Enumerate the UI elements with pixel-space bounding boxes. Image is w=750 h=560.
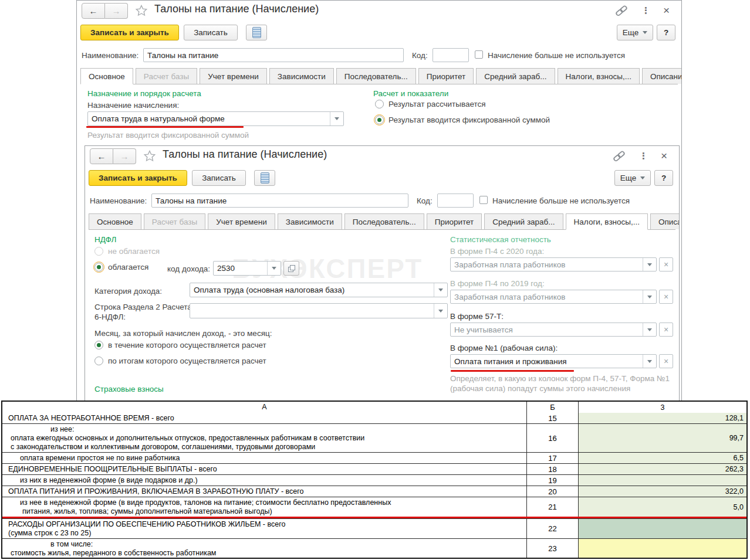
- chevron-down-icon: [640, 177, 645, 179]
- more-button[interactable]: Еще: [614, 170, 651, 186]
- not-used-checkbox[interactable]: [479, 196, 488, 204]
- more-button[interactable]: Еще: [617, 25, 653, 40]
- income-code-value: 2530: [214, 262, 267, 275]
- clear-button[interactable]: ×: [659, 354, 673, 368]
- name-input[interactable]: [143, 48, 404, 62]
- tab-Описание[interactable]: Описание: [642, 68, 682, 84]
- save-close-button[interactable]: Записать и закрыть: [80, 25, 179, 40]
- row-text-cell: в том числе:стоимость жилья, переданного…: [2, 539, 527, 558]
- dropdown-button[interactable]: [434, 304, 447, 318]
- category-dropdown[interactable]: Оплата труда (основная налоговая база): [190, 283, 448, 297]
- tab-Последователь...[interactable]: Последователь...: [336, 68, 416, 84]
- clear-button[interactable]: ×: [659, 257, 673, 271]
- open-button[interactable]: [283, 261, 299, 276]
- help-button[interactable]: ?: [657, 25, 675, 40]
- radio-not-taxed[interactable]: не облагается: [94, 247, 160, 256]
- radio-month-during[interactable]: в течение которого осуществляется расчет: [94, 341, 266, 349]
- save-button[interactable]: Записать: [192, 170, 246, 186]
- f57-value: Не учитывается: [451, 323, 643, 336]
- tab-Основное[interactable]: Основное: [80, 68, 133, 84]
- column-header-b: Б: [527, 402, 579, 413]
- menu-kebab-icon[interactable]: ⋮: [639, 152, 648, 160]
- journal-button[interactable]: [246, 25, 267, 40]
- favorite-star-icon[interactable]: [143, 149, 157, 163]
- section2-value: [190, 304, 434, 318]
- table-row: в том числе:стоимость жилья, переданного…: [2, 538, 746, 558]
- row-number-cell: 22: [527, 519, 579, 538]
- tab-Приоритет[interactable]: Приоритет: [418, 68, 474, 84]
- dropdown-button[interactable]: [330, 112, 343, 125]
- row-text-cell: оплата времени простоя не по вине работн…: [2, 453, 527, 463]
- close-icon[interactable]: ×: [661, 151, 667, 161]
- radio-icon: [94, 341, 103, 349]
- dropdown-button[interactable]: [643, 258, 656, 271]
- tab-Основное[interactable]: Основное: [89, 213, 141, 229]
- back-button[interactable]: ←: [90, 148, 113, 164]
- code-input[interactable]: [433, 48, 469, 62]
- dropdown-button[interactable]: [434, 283, 447, 297]
- journal-button[interactable]: [254, 170, 275, 186]
- tab-Зависимости[interactable]: Зависимости: [269, 68, 334, 84]
- chevron-down-icon: [647, 263, 652, 266]
- radio-result-calculated[interactable]: Результат рассчитывается: [375, 100, 486, 108]
- tab-Зависимости[interactable]: Зависимости: [278, 213, 342, 229]
- purpose-dropdown[interactable]: Оплата труда в натуральной форме: [87, 111, 344, 126]
- code-input[interactable]: [437, 194, 474, 208]
- table-row: из нее в неденежной форме (в виде продук…: [2, 497, 746, 518]
- save-close-button[interactable]: Записать и закрыть: [89, 170, 187, 186]
- favorite-star-icon[interactable]: [134, 4, 148, 18]
- forward-button[interactable]: →: [105, 3, 128, 19]
- f1-value: Оплата питания и проживания: [451, 355, 643, 368]
- tab-Приоритет[interactable]: Приоритет: [427, 213, 482, 229]
- clear-button[interactable]: ×: [659, 290, 673, 304]
- purpose-hint: Результат вводится фиксированной суммой: [87, 130, 249, 140]
- f57-label: В форме 57-Т:: [450, 312, 504, 321]
- radio-month-after[interactable]: по итогам которого осуществляется расчет: [94, 357, 266, 365]
- forward-button[interactable]: →: [113, 148, 136, 164]
- dropdown-button[interactable]: [643, 290, 656, 303]
- chevron-down-icon: [438, 310, 443, 313]
- dropdown-button[interactable]: [643, 355, 656, 368]
- month-label: Месяц, за который начислен доход, - это …: [94, 329, 272, 338]
- income-code-dropdown[interactable]: 2530: [213, 261, 281, 276]
- radio-taxed[interactable]: облагается: [94, 263, 148, 271]
- close-icon[interactable]: ×: [663, 6, 670, 15]
- section2-dropdown[interactable]: [190, 303, 448, 318]
- clear-button[interactable]: ×: [659, 323, 673, 337]
- p4-2020-label: В форме П-4 с 2020 года:: [450, 247, 544, 256]
- not-used-checkbox[interactable]: [475, 50, 483, 59]
- annotation-underline: [86, 126, 244, 128]
- code-label: Код:: [412, 51, 428, 60]
- f1-dropdown[interactable]: Оплата питания и проживания: [450, 354, 657, 368]
- category-label: Категория дохода:: [94, 287, 162, 296]
- row-value-cell: [579, 539, 746, 558]
- tab-Учет времени[interactable]: Учет времени: [200, 68, 267, 84]
- tab-Средний зараб...[interactable]: Средний зараб...: [476, 68, 555, 84]
- radio-result-fixed[interactable]: Результат вводится фиксированной суммой: [375, 116, 550, 124]
- column-header-3: 3: [579, 402, 746, 413]
- dropdown-button[interactable]: [267, 262, 281, 275]
- name-input[interactable]: [151, 194, 408, 208]
- table-header-row: А Б 3: [2, 402, 746, 413]
- p4-2019-dropdown[interactable]: Заработная плата работников: [450, 290, 657, 304]
- p4-2020-dropdown[interactable]: Заработная плата работников: [450, 257, 657, 271]
- menu-kebab-icon[interactable]: ⋮: [641, 6, 650, 15]
- link-icon[interactable]: [612, 150, 626, 162]
- tab-Описание[interactable]: Описание: [650, 213, 680, 229]
- tab-Последователь...[interactable]: Последователь...: [344, 213, 424, 229]
- category-value: Оплата труда (основная налоговая база): [190, 283, 434, 297]
- tab-Налоги, взносы,...[interactable]: Налоги, взносы,...: [566, 213, 648, 230]
- tab-Налоги, взносы,...[interactable]: Налоги, взносы,...: [558, 68, 640, 84]
- f57-dropdown[interactable]: Не учитывается: [450, 323, 657, 337]
- window-controls: ⋮ ×: [612, 150, 667, 162]
- purpose-label: Назначение начисления:: [87, 101, 179, 110]
- tab-Средний зараб...[interactable]: Средний зараб...: [484, 213, 563, 229]
- column-header-a: А: [2, 402, 527, 413]
- help-button[interactable]: ?: [654, 170, 673, 186]
- save-button[interactable]: Записать: [184, 25, 238, 40]
- link-icon[interactable]: [614, 5, 629, 16]
- tab-Учет времени[interactable]: Учет времени: [208, 213, 275, 229]
- back-button[interactable]: ←: [82, 3, 105, 19]
- radio-icon: [94, 247, 103, 256]
- dropdown-button[interactable]: [643, 323, 656, 336]
